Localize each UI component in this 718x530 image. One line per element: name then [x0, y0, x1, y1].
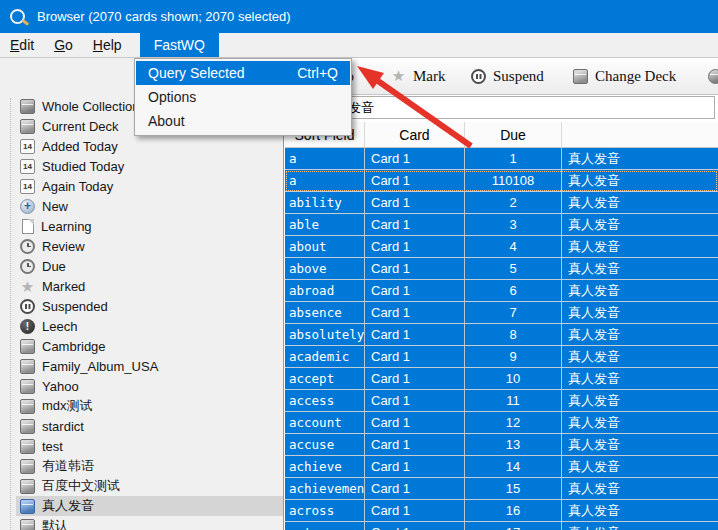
table-row[interactable]: acceptCard 110真人发音 [285, 368, 718, 390]
table-row[interactable]: abilityCard 12真人发音 [285, 192, 718, 214]
cell-sort-field: account [285, 412, 365, 433]
table-row[interactable]: abroadCard 16真人发音 [285, 280, 718, 302]
cell-due: 6 [465, 280, 562, 301]
column-header-card[interactable]: Card [365, 122, 465, 147]
table-row[interactable]: aCard 11真人发音 [285, 148, 718, 170]
cell-due: 10 [465, 368, 562, 389]
table-row[interactable]: achievementCard 115真人发音 [285, 478, 718, 500]
sidebar-item-suspended[interactable]: Suspended [0, 296, 283, 316]
table-row[interactable]: actCard 117真人发音 [285, 522, 718, 530]
sidebar-item--[interactable]: 百度中文测试 [0, 476, 283, 496]
sidebar-item-learning[interactable]: Learning [0, 216, 283, 236]
sidebar-item--[interactable]: 有道韩语 [0, 456, 283, 476]
star-icon: ★ [20, 279, 35, 294]
table-row[interactable]: aboutCard 14真人发音 [285, 236, 718, 258]
table-row[interactable]: academicCard 19真人发音 [285, 346, 718, 368]
cell-sort-field: accept [285, 368, 365, 389]
cell-card: Card 1 [365, 170, 465, 191]
menu-go[interactable]: Go [44, 33, 83, 57]
deck-icon [20, 419, 35, 434]
magnifier-icon [10, 9, 25, 24]
sidebar-item-mdx-[interactable]: mdx测试 [0, 396, 283, 416]
sidebar-item-stardict[interactable]: stardict [0, 416, 283, 436]
sidebar-item-label: stardict [42, 419, 84, 434]
cell-card: Card 1 [365, 478, 465, 499]
cell-sort-field: accuse [285, 434, 365, 455]
sidebar-item--[interactable]: 真人发音 [16, 496, 283, 516]
sidebar-item-due[interactable]: Due [0, 256, 283, 276]
cell-deck: 真人发音 [562, 302, 718, 323]
deck-icon [20, 379, 35, 394]
table-row[interactable]: accountCard 112真人发音 [285, 412, 718, 434]
sidebar-item-studied-today[interactable]: 14Studied Today [0, 156, 283, 176]
cell-deck: 真人发音 [562, 500, 718, 521]
column-header-deck[interactable] [562, 122, 718, 147]
menu-edit[interactable]: Edit [0, 33, 44, 57]
cell-sort-field: achieve [285, 456, 365, 477]
cell-sort-field: a [285, 170, 365, 191]
cell-card: Card 1 [365, 214, 465, 235]
sidebar-item-yahoo[interactable]: Yahoo [0, 376, 283, 396]
cell-deck: 真人发音 [562, 324, 718, 345]
cell-deck: 真人发音 [562, 522, 718, 530]
sidebar-item-again-today[interactable]: 14Again Today [0, 176, 283, 196]
sidebar-item-label: Family_Album_USA [42, 359, 158, 374]
cell-deck: 真人发音 [562, 214, 718, 235]
cell-card: Card 1 [365, 236, 465, 257]
cell-due: 3 [465, 214, 562, 235]
cal-icon: 14 [20, 179, 35, 194]
sidebar-item-added-today[interactable]: 14Added Today [0, 136, 283, 156]
sidebar-item-marked[interactable]: ★Marked [0, 276, 283, 296]
change-deck-button[interactable]: Change Deck [573, 67, 676, 86]
sidebar-item-test[interactable]: test [0, 436, 283, 456]
window-title: Browser (2070 cards shown; 2070 selected… [37, 9, 291, 24]
table-row[interactable]: ableCard 13真人发音 [285, 214, 718, 236]
cell-deck: 真人发音 [562, 434, 718, 455]
deck-icon [20, 359, 35, 374]
cell-deck: 真人发音 [562, 148, 718, 169]
more-button[interactable] [708, 67, 718, 86]
sidebar-item-new[interactable]: +New [0, 196, 283, 216]
sidebar-item-review[interactable]: Review [0, 236, 283, 256]
table-row[interactable]: accessCard 111真人发音 [285, 390, 718, 412]
sidebar-item-leech[interactable]: !Leech [0, 316, 283, 336]
cell-sort-field: able [285, 214, 365, 235]
menu-item-query-selected[interactable]: Query Selected Ctrl+Q [136, 61, 350, 85]
cell-deck: 真人发音 [562, 346, 718, 367]
sidebar-item--[interactable]: 默认 [0, 516, 283, 530]
card-table: aCard 11真人发音aCard 1110108真人发音abilityCard… [285, 148, 718, 530]
sidebar-item-label: test [42, 439, 63, 454]
cell-deck: 真人发音 [562, 192, 718, 213]
cell-card: Card 1 [365, 412, 465, 433]
sidebar-item-label: Current Deck [42, 119, 119, 134]
clock-icon [20, 259, 35, 274]
cell-due: 110108 [465, 170, 562, 191]
cell-card: Card 1 [365, 522, 465, 530]
column-header-due[interactable]: Due [465, 122, 562, 147]
table-row[interactable]: absolutelyCard 18真人发音 [285, 324, 718, 346]
cell-due: 5 [465, 258, 562, 279]
menu-item-options[interactable]: Options [136, 85, 350, 109]
menu-fastwq[interactable]: FastWQ [140, 33, 219, 57]
suspend-button[interactable]: Suspend [471, 67, 544, 86]
sidebar-item-cambridge[interactable]: Cambridge [0, 336, 283, 356]
table-row[interactable]: achieveCard 114真人发音 [285, 456, 718, 478]
mark-button[interactable]: ★ Mark [391, 67, 446, 86]
cell-deck: 真人发音 [562, 368, 718, 389]
sidebar-item-family_album_usa[interactable]: Family_Album_USA [0, 356, 283, 376]
menu-item-about[interactable]: About [136, 109, 350, 133]
cell-sort-field: ability [285, 192, 365, 213]
leech-icon: ! [20, 319, 35, 334]
table-row[interactable]: accuseCard 113真人发音 [285, 434, 718, 456]
cell-card: Card 1 [365, 390, 465, 411]
menubar: Edit Go Help FastWQ [0, 33, 718, 58]
deck-icon [20, 399, 35, 414]
titlebar: Browser (2070 cards shown; 2070 selected… [0, 0, 718, 33]
table-row[interactable]: acrossCard 116真人发音 [285, 500, 718, 522]
table-row[interactable]: aboveCard 15真人发音 [285, 258, 718, 280]
cell-card: Card 1 [365, 280, 465, 301]
menu-help[interactable]: Help [83, 33, 132, 57]
table-row[interactable]: aCard 1110108真人发音 [285, 170, 718, 192]
sidebar-item-label: Due [42, 259, 66, 274]
table-row[interactable]: absenceCard 17真人发音 [285, 302, 718, 324]
